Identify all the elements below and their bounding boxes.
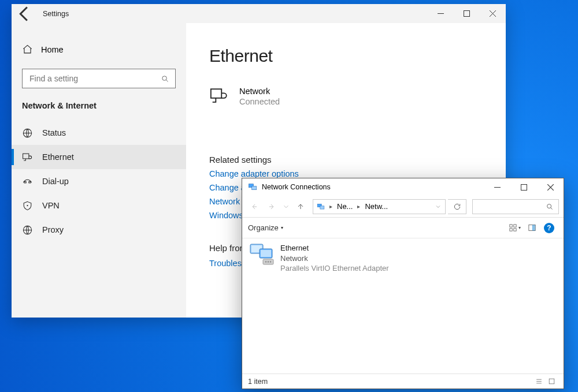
- explorer-toolbar: Organize ▾ ▾ ?: [242, 218, 564, 238]
- preview-pane-button[interactable]: [523, 221, 540, 236]
- page-title: Ethernet: [209, 46, 506, 66]
- globe-proxy-icon: [22, 225, 33, 236]
- svg-rect-15: [513, 225, 516, 227]
- minimize-icon: [494, 184, 501, 191]
- nav-label: Status: [42, 128, 66, 137]
- nav-dialup[interactable]: Dial-up: [12, 169, 186, 193]
- list-view-icon: [535, 378, 543, 385]
- nav-label: VPN: [42, 201, 60, 210]
- svg-point-5: [27, 204, 28, 206]
- help-button[interactable]: ?: [540, 221, 558, 236]
- icons-view-icon: [509, 223, 517, 232]
- organize-label: Organize: [248, 223, 279, 232]
- minimize-button[interactable]: [428, 4, 454, 23]
- search-box[interactable]: [22, 69, 176, 88]
- maximize-button[interactable]: [454, 4, 480, 23]
- nav-up-button[interactable]: [293, 199, 308, 214]
- nav-status[interactable]: Status: [12, 121, 186, 145]
- chevron-down-icon: ▾: [281, 225, 283, 230]
- related-settings-heading: Related settings: [209, 155, 506, 165]
- nav-label: Dial-up: [42, 177, 69, 186]
- arrow-left-icon: [250, 203, 258, 211]
- svg-point-25: [265, 261, 266, 262]
- connection-item-ethernet[interactable]: Ethernet Network Parallels VirtIO Ethern…: [249, 243, 389, 369]
- settings-search-input[interactable]: [28, 73, 161, 84]
- svg-rect-23: [261, 250, 271, 257]
- breadcrumb[interactable]: Netw...: [365, 202, 388, 211]
- settings-sidebar: Home Network & Internet Status: [12, 23, 186, 318]
- network-connections-icon: [248, 182, 257, 192]
- svg-rect-12: [320, 206, 324, 208]
- close-button[interactable]: [537, 178, 564, 196]
- nav-forward-button[interactable]: [264, 199, 279, 214]
- adapter-icon: [249, 243, 275, 266]
- ethernet-icon: [209, 87, 229, 106]
- chevron-right-icon: ▸: [328, 203, 334, 210]
- search-icon: [161, 74, 169, 83]
- settings-titlebar: Settings: [12, 4, 506, 23]
- close-button[interactable]: [480, 4, 506, 23]
- svg-rect-0: [464, 11, 470, 17]
- connection-name: Ethernet: [280, 243, 389, 253]
- svg-point-26: [268, 261, 269, 262]
- connection-network: Network: [280, 253, 389, 264]
- address-bar[interactable]: ▸ Ne... ▸ Netw...: [313, 199, 446, 214]
- preview-pane-icon: [528, 223, 536, 232]
- nav-label: Proxy: [42, 225, 64, 234]
- large-icons-view-button[interactable]: [545, 378, 558, 385]
- svg-rect-14: [509, 225, 512, 227]
- maximize-button[interactable]: [510, 178, 537, 196]
- back-button[interactable]: [12, 4, 38, 23]
- organize-menu[interactable]: Organize ▾: [248, 223, 283, 232]
- globe-status-icon: [22, 128, 33, 139]
- view-mode-button[interactable]: ▾: [506, 221, 523, 236]
- details-view-button[interactable]: [532, 378, 545, 385]
- explorer-statusbar: 1 item: [242, 374, 564, 389]
- nav-proxy[interactable]: Proxy: [12, 218, 186, 242]
- network-connections-icon: [317, 203, 325, 211]
- refresh-icon: [453, 203, 461, 211]
- maximize-icon: [521, 184, 527, 191]
- chevron-down-icon: [282, 203, 290, 211]
- explorer-nav: ▸ Ne... ▸ Netw...: [242, 196, 564, 218]
- explorer-titlebar: Network Connections: [242, 178, 564, 196]
- nav-home[interactable]: Home: [12, 39, 186, 59]
- close-icon: [547, 184, 554, 191]
- search-icon: [546, 203, 554, 211]
- network-name: Network: [239, 87, 280, 96]
- nav-vpn[interactable]: VPN: [12, 193, 186, 218]
- chevron-down-icon[interactable]: [435, 203, 442, 210]
- nav-ethernet[interactable]: Ethernet: [12, 145, 186, 169]
- svg-point-27: [270, 261, 271, 262]
- nav-history-dropdown[interactable]: [281, 199, 291, 214]
- explorer-title: Network Connections: [262, 183, 484, 191]
- link-change-adapter[interactable]: Change adapter options: [209, 169, 506, 178]
- arrow-up-icon: [297, 203, 305, 211]
- settings-window-title: Settings: [38, 10, 69, 18]
- connection-device: Parallels VirtIO Ethernet Adapter: [280, 263, 389, 274]
- svg-point-1: [162, 76, 167, 80]
- breadcrumb[interactable]: Ne...: [337, 202, 353, 211]
- minimize-button[interactable]: [484, 178, 510, 196]
- refresh-button[interactable]: [448, 199, 466, 214]
- close-icon: [490, 10, 496, 17]
- svg-rect-7: [211, 89, 221, 98]
- explorer-search-box[interactable]: [472, 199, 559, 214]
- svg-rect-2: [23, 154, 29, 159]
- svg-rect-17: [513, 229, 516, 231]
- svg-rect-9: [252, 186, 257, 190]
- minimize-icon: [438, 10, 444, 17]
- explorer-content: Ethernet Network Parallels VirtIO Ethern…: [242, 238, 564, 374]
- network-status: Connected: [239, 97, 280, 106]
- dialup-icon: [22, 176, 33, 187]
- svg-rect-28: [549, 379, 554, 384]
- large-icons-icon: [548, 378, 555, 385]
- chevron-down-icon: ▾: [518, 225, 521, 230]
- vpn-shield-icon: [22, 200, 33, 211]
- network-status-tile[interactable]: Network Connected: [209, 87, 506, 106]
- nav-back-button[interactable]: [247, 199, 262, 214]
- svg-rect-3: [24, 181, 26, 182]
- home-icon: [22, 44, 33, 55]
- chevron-right-icon: ▸: [356, 203, 361, 210]
- help-icon: ?: [544, 223, 554, 233]
